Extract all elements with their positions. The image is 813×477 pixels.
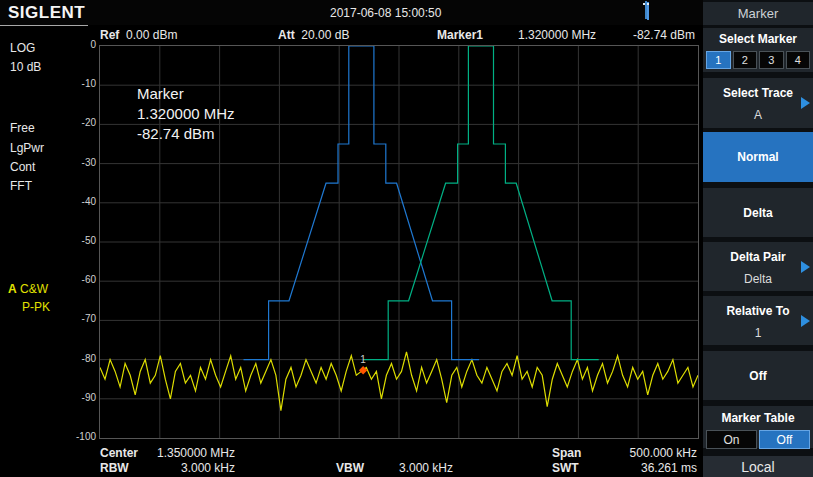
top-status-bar: SIGLENT 2017-06-08 15:00:50 bbox=[0, 0, 703, 25]
marker1-readout-freq: 1.320000 MHz bbox=[518, 28, 596, 42]
trace-mode: C&W bbox=[20, 282, 48, 296]
span-value: 500.000 kHz bbox=[588, 446, 697, 460]
relative-to-label: Relative To bbox=[703, 296, 813, 318]
trigger-mode-label: Free bbox=[10, 121, 35, 135]
y-tick-label: 0 bbox=[90, 39, 96, 51]
left-status-sidebar: LOG 10 dB Free LgPwr Cont FFT A C&W P-PK bbox=[0, 26, 88, 477]
trace-a-detector: P-PK bbox=[22, 300, 50, 314]
power-mode-label: LgPwr bbox=[10, 141, 44, 155]
ref-level-group: Ref 0.00 dBm bbox=[100, 28, 177, 42]
spectrum-display-area: Ref 0.00 dBm Att 20.00 dB Marker1 1.3200… bbox=[88, 25, 703, 477]
normal-button[interactable]: Normal bbox=[703, 132, 813, 182]
marker-table-toggle: On Off bbox=[703, 425, 813, 449]
marker1-readout-ampl: -82.74 dBm bbox=[608, 28, 695, 42]
delta-button[interactable]: Delta bbox=[703, 188, 813, 237]
marker-annotation-title: Marker bbox=[137, 84, 235, 104]
marker-option-1[interactable]: 1 bbox=[706, 51, 731, 69]
amp-scale-type-label: LOG bbox=[10, 41, 35, 55]
att-value: 20.00 dB bbox=[301, 28, 349, 42]
marker-table-button[interactable]: Marker Table On Off bbox=[703, 406, 813, 448]
vbw-value: 3.000 kHz bbox=[376, 461, 453, 475]
select-marker-button[interactable]: Select Marker 1 2 3 4 bbox=[703, 28, 813, 72]
center-value: 1.350000 MHz bbox=[148, 446, 235, 460]
marker-number-selector: 1 2 3 4 bbox=[703, 46, 813, 69]
normal-label: Normal bbox=[737, 150, 778, 164]
datetime-display: 2017-06-08 15:00:50 bbox=[330, 6, 441, 20]
usb-drive-icon bbox=[645, 2, 659, 23]
attenuation-group: Att 20.00 dB bbox=[278, 28, 349, 42]
siglent-logo: SIGLENT bbox=[8, 3, 85, 23]
marker-option-3[interactable]: 3 bbox=[759, 51, 784, 69]
marker-annotation: Marker 1.320000 MHz -82.74 dBm bbox=[137, 84, 235, 144]
rbw-label: RBW bbox=[100, 461, 129, 475]
menu-title: Marker bbox=[703, 2, 813, 25]
marker-option-4[interactable]: 4 bbox=[786, 51, 811, 69]
sweep-mode-label: Cont bbox=[10, 160, 35, 174]
relative-to-value: 1 bbox=[703, 326, 813, 340]
marker-table-off-option[interactable]: Off bbox=[759, 430, 810, 449]
local-button[interactable]: Local bbox=[703, 456, 813, 477]
off-button[interactable]: Off bbox=[703, 351, 813, 400]
delta-pair-label: Delta Pair bbox=[703, 242, 813, 264]
select-trace-value: A bbox=[703, 108, 813, 122]
submenu-arrow-icon bbox=[801, 97, 810, 109]
select-marker-label: Select Marker bbox=[703, 28, 813, 46]
marker1-number-label: 1 bbox=[360, 354, 366, 365]
trace-a-status: A C&W bbox=[8, 282, 48, 296]
span-label: Span bbox=[552, 446, 581, 460]
marker-table-label: Marker Table bbox=[703, 406, 813, 425]
vbw-label: VBW bbox=[336, 461, 364, 475]
submenu-arrow-icon bbox=[801, 315, 810, 327]
select-trace-label: Select Trace bbox=[703, 78, 813, 100]
select-trace-button[interactable]: Select Trace A bbox=[703, 78, 813, 128]
rbw-value: 3.000 kHz bbox=[148, 461, 235, 475]
fft-mode-label: FFT bbox=[10, 179, 32, 193]
trace-letter: A bbox=[8, 282, 17, 296]
scale-per-div-label: 10 dB bbox=[10, 60, 41, 74]
off-label: Off bbox=[749, 369, 766, 383]
delta-label: Delta bbox=[743, 206, 772, 220]
marker-annotation-ampl: -82.74 dBm bbox=[137, 124, 235, 144]
ref-value: 0.00 dBm bbox=[126, 28, 177, 42]
delta-pair-value: Delta bbox=[703, 272, 813, 286]
ref-label: Ref bbox=[100, 28, 119, 42]
marker-option-2[interactable]: 2 bbox=[733, 51, 758, 69]
marker-table-on-option[interactable]: On bbox=[706, 430, 757, 449]
marker1-readout-label: Marker1 bbox=[437, 28, 483, 42]
relative-to-button[interactable]: Relative To 1 bbox=[703, 296, 813, 345]
swt-value: 36.261 ms bbox=[588, 461, 697, 475]
att-label: Att bbox=[278, 28, 295, 42]
swt-label: SWT bbox=[552, 461, 579, 475]
softkey-menu-panel: Marker Select Marker 1 2 3 4 Select Trac… bbox=[703, 0, 813, 477]
submenu-arrow-icon bbox=[801, 261, 810, 273]
center-label: Center bbox=[100, 446, 138, 460]
delta-pair-button[interactable]: Delta Pair Delta bbox=[703, 242, 813, 291]
marker-annotation-freq: 1.320000 MHz bbox=[137, 104, 235, 124]
